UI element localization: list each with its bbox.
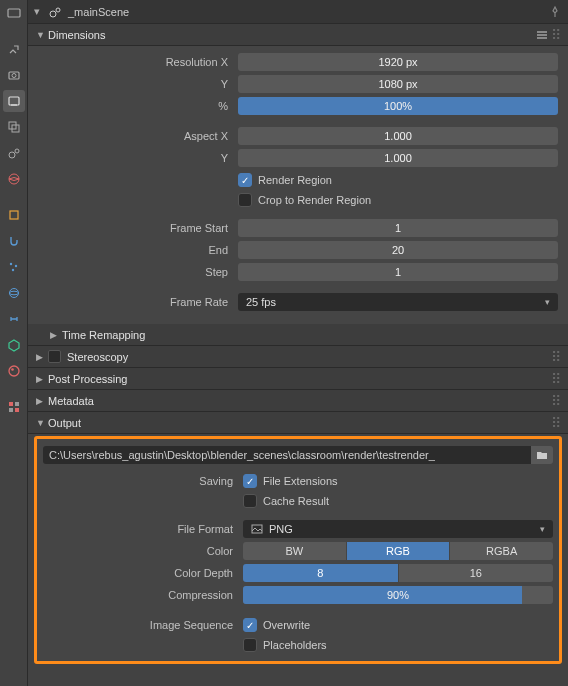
svg-rect-9 (10, 211, 18, 219)
svg-point-21 (50, 11, 56, 17)
drag-handle-icon[interactable]: ⠿ (551, 393, 560, 409)
svg-point-6 (9, 152, 15, 158)
field-compression[interactable]: 90% (243, 586, 553, 604)
svg-rect-17 (9, 402, 13, 406)
panel-stereoscopy-header[interactable]: ▶ Stereoscopy ⠿ (28, 346, 568, 368)
svg-rect-20 (15, 408, 19, 412)
field-frame-step[interactable]: 1 (238, 263, 558, 281)
svg-point-8 (9, 174, 19, 184)
render-tab-icon[interactable] (3, 64, 25, 86)
label-color-depth: Color Depth (43, 567, 243, 579)
field-frame-end[interactable]: 20 (238, 241, 558, 259)
svg-rect-0 (8, 9, 20, 17)
label-aspect-y: Y (38, 152, 238, 164)
preset-menu-icon[interactable] (535, 28, 551, 42)
btn-color-rgb[interactable]: RGB (347, 542, 450, 560)
scene-tab-icon[interactable] (3, 142, 25, 164)
label-overwrite: Overwrite (263, 619, 310, 631)
svg-point-16 (11, 368, 14, 371)
output-panel-highlighted: C:\Users\rebus_agustin\Desktop\blender_s… (34, 436, 562, 664)
field-resolution-x[interactable]: 1920 px (238, 53, 558, 71)
output-tab-icon[interactable] (3, 90, 25, 112)
particle-tab-icon[interactable] (3, 256, 25, 278)
panel-dimensions-header[interactable]: ▼ Dimensions ⠿ (28, 24, 568, 46)
label-placeholders: Placeholders (263, 639, 327, 651)
modifier-tab-icon[interactable] (3, 230, 25, 252)
label-compression: Compression (43, 589, 243, 601)
checkbox-render-region[interactable]: ✓ (238, 173, 252, 187)
disclosure-down-icon: ▼ (36, 418, 48, 428)
label-file-extensions: File Extensions (263, 475, 338, 487)
drag-handle-icon[interactable]: ⠿ (551, 415, 560, 431)
checkbox-stereoscopy-enable[interactable] (48, 350, 61, 363)
label-aspect-x: Aspect X (38, 130, 238, 142)
btn-depth-8[interactable]: 8 (243, 564, 398, 582)
disclosure-right-icon: ▶ (36, 374, 48, 384)
panel-metadata-header[interactable]: ▶ Metadata ⠿ (28, 390, 568, 412)
label-frame-start: Frame Start (38, 222, 238, 234)
disclosure-right-icon: ▶ (50, 330, 62, 340)
drag-handle-icon[interactable]: ⠿ (551, 371, 560, 387)
checkbox-file-extensions[interactable]: ✓ (243, 474, 257, 488)
select-file-format[interactable]: PNG▾ (243, 520, 553, 538)
input-output-path[interactable]: C:\Users\rebus_agustin\Desktop\blender_s… (43, 446, 531, 464)
image-icon (251, 523, 263, 535)
checkbox-crop-region[interactable] (238, 193, 252, 207)
viewlayer-tab-icon[interactable] (3, 116, 25, 138)
pin-icon[interactable] (548, 5, 562, 19)
disclosure-down-icon: ▼ (36, 30, 48, 40)
top-bar: ▾ _mainScene (28, 0, 568, 24)
btn-color-bw[interactable]: BW (243, 542, 346, 560)
editor-type-icon[interactable] (3, 2, 25, 24)
field-resolution-percent[interactable]: 100% (238, 97, 558, 115)
btn-depth-16[interactable]: 16 (399, 564, 554, 582)
mesh-tab-icon[interactable] (3, 334, 25, 356)
browse-folder-button[interactable] (531, 446, 553, 464)
chevron-down-icon: ▾ (540, 524, 545, 534)
scene-name[interactable]: _mainScene (68, 6, 548, 18)
svg-rect-23 (537, 31, 547, 33)
panel-time-remapping-header[interactable]: ▶ Time Remapping (28, 324, 568, 346)
svg-point-22 (56, 8, 60, 12)
label-saving: Saving (43, 475, 243, 487)
checkbox-overwrite[interactable]: ✓ (243, 618, 257, 632)
checkbox-placeholders[interactable] (243, 638, 257, 652)
constraint-tab-icon[interactable] (3, 308, 25, 330)
label-resolution-x: Resolution X (38, 56, 238, 68)
material-tab-icon[interactable] (3, 360, 25, 382)
field-resolution-y[interactable]: 1080 px (238, 75, 558, 93)
svg-point-7 (15, 149, 19, 153)
select-frame-rate[interactable]: 25 fps▾ (238, 293, 558, 311)
physics-tab-icon[interactable] (3, 282, 25, 304)
chevron-down-icon: ▾ (545, 297, 550, 307)
svg-point-11 (14, 265, 16, 267)
panel-title: Dimensions (48, 29, 531, 41)
label-frame-rate: Frame Rate (38, 296, 238, 308)
panel-output-header[interactable]: ▼ Output ⠿ (28, 412, 568, 434)
panel-post-processing-header[interactable]: ▶ Post Processing ⠿ (28, 368, 568, 390)
svg-rect-25 (537, 37, 547, 39)
svg-point-10 (9, 263, 11, 265)
svg-rect-24 (537, 34, 547, 36)
panel-title: Post Processing (48, 373, 551, 385)
label-image-sequence: Image Sequence (43, 619, 243, 631)
btn-color-rgba[interactable]: RGBA (450, 542, 553, 560)
checkbox-cache-result[interactable] (243, 494, 257, 508)
object-tab-icon[interactable] (3, 204, 25, 226)
disclosure-right-icon: ▶ (36, 396, 48, 406)
panel-title: Output (48, 417, 551, 429)
field-aspect-y[interactable]: 1.000 (238, 149, 558, 167)
label-frame-step: Step (38, 266, 238, 278)
editor-dropdown-icon[interactable]: ▾ (34, 5, 40, 18)
texture-tab-icon[interactable] (3, 396, 25, 418)
label-crop-region: Crop to Render Region (258, 194, 371, 206)
panel-title: Stereoscopy (67, 351, 551, 363)
tool-tab-icon[interactable] (3, 38, 25, 60)
field-aspect-x[interactable]: 1.000 (238, 127, 558, 145)
drag-handle-icon[interactable]: ⠿ (551, 349, 560, 365)
panel-title: Metadata (48, 395, 551, 407)
drag-handle-icon[interactable]: ⠿ (551, 27, 560, 43)
world-tab-icon[interactable] (3, 168, 25, 190)
svg-point-2 (12, 74, 16, 78)
field-frame-start[interactable]: 1 (238, 219, 558, 237)
